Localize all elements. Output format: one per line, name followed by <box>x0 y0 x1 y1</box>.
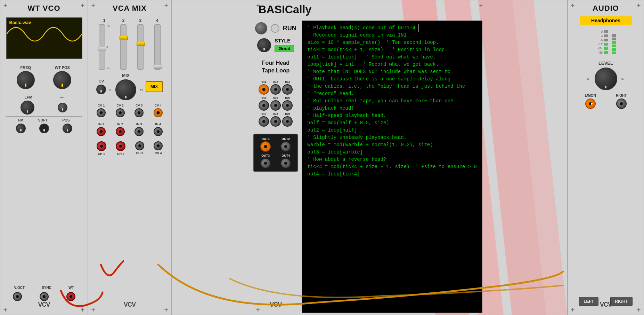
fader-group-3: 3 <box>137 18 144 70</box>
voct-port-inner <box>16 295 19 298</box>
ch3-port-group: CH 3 <box>135 141 144 156</box>
in5-grid-port[interactable] <box>270 100 281 111</box>
out2-port[interactable] <box>280 141 291 152</box>
fader-label-4: 4 <box>156 18 158 23</box>
in3-grid-inner <box>286 88 289 91</box>
fader-track-4[interactable] <box>154 24 161 70</box>
vu-bar-l-6 <box>604 39 608 41</box>
code-editor[interactable]: ' Playback head(s) come out of OUT1-4. '… <box>302 21 482 313</box>
fader-3-track-wrap <box>137 24 144 70</box>
mix-knob[interactable] <box>115 79 136 100</box>
vca-corner-br: + <box>163 306 170 313</box>
code-line: ' OUT1, because there is a one-sample de… <box>307 76 476 83</box>
lfm-small-dot <box>62 108 63 111</box>
in2-grid-port[interactable] <box>270 84 281 95</box>
wt-port-inner <box>69 295 73 298</box>
code-line: loop[tick] = in1 ' Record what we get ba… <box>307 61 476 68</box>
cv4-port[interactable] <box>154 108 163 117</box>
style-knob-dot <box>263 48 265 50</box>
freq-label: FREQ <box>20 65 31 70</box>
basically-editor-area: ' Playback head(s) come out of OUT1-4. '… <box>298 19 486 315</box>
freq-knob[interactable] <box>17 71 35 89</box>
style-knob[interactable] <box>257 38 271 52</box>
level-knob[interactable] <box>595 68 617 90</box>
wt-pos-knob[interactable] <box>53 71 71 89</box>
fader-handle-3[interactable] <box>137 42 145 46</box>
fm-knob[interactable] <box>16 124 26 133</box>
vu-row-36: -36 <box>596 51 608 54</box>
in6-grid-port[interactable] <box>282 100 293 111</box>
cv2-port-group: CV 2 <box>116 104 125 117</box>
audio-corner-tr: + <box>635 2 642 9</box>
fader-track-1[interactable] <box>99 24 105 70</box>
in7-grid-port[interactable] <box>259 116 269 127</box>
fm-dot <box>20 129 22 132</box>
in4-grid-port[interactable] <box>259 100 269 111</box>
mix-knob-wrap: -∞ +6 <box>115 79 136 100</box>
in5-grid-label: IN5 <box>273 96 278 100</box>
ch2-port[interactable] <box>116 141 125 151</box>
basically-content: + + + + BASICally RUN <box>253 0 486 315</box>
in4-port[interactable] <box>154 127 163 136</box>
in2-grid-label: IN2 <box>273 80 278 84</box>
in9-grid-port[interactable] <box>282 116 293 127</box>
in2-port-inner <box>119 130 122 133</box>
left-button[interactable]: LEFT <box>579 297 598 306</box>
run-section: RUN <box>255 22 296 34</box>
right-button[interactable]: RIGHT <box>610 297 632 306</box>
pos-knob[interactable] <box>63 124 72 133</box>
in3-grid-port[interactable] <box>282 84 293 95</box>
vu-bar-l-36 <box>604 51 608 54</box>
out4-port[interactable] <box>280 158 291 168</box>
level-knob-wrap: -∞ +6 <box>595 68 617 90</box>
fader-handle-4[interactable] <box>154 65 162 69</box>
ch1-port[interactable] <box>97 141 106 151</box>
fader-handle-1[interactable] <box>98 47 106 51</box>
cv-mix-group: CV <box>96 79 106 94</box>
in3-port[interactable] <box>134 127 144 136</box>
lmon-port[interactable] <box>585 99 596 109</box>
out1-port[interactable] <box>260 141 271 152</box>
cv-label: CV <box>99 79 104 83</box>
cv-knob[interactable] <box>96 85 106 94</box>
fader-row: 1 +60-∞ 2 3 <box>88 18 171 70</box>
in-ports-grid: IN1 IN2 IN3 IN4 <box>257 78 294 128</box>
soft-knob[interactable] <box>39 124 49 133</box>
ch3-out-label: CH 3 <box>136 151 143 155</box>
wt-port[interactable] <box>66 292 75 301</box>
right-port[interactable] <box>616 99 627 109</box>
fader-track-2[interactable] <box>120 24 127 70</box>
vu-right-row-24 <box>612 48 616 51</box>
in2-port[interactable] <box>116 127 125 136</box>
vu-label-12: -12 <box>596 42 603 46</box>
fader-2-track-wrap <box>120 24 127 70</box>
cv1-label: CV 1 <box>98 104 105 107</box>
code-line: warble = mod(warble + normal(1, 0.2), si… <box>307 141 476 149</box>
in1-grid-port[interactable] <box>259 84 269 95</box>
cv2-port[interactable] <box>116 108 125 117</box>
run-button[interactable] <box>255 22 267 34</box>
vu-left: 0 -3 -6 -12 -24 <box>596 30 608 54</box>
code-line: out1 = loop[tick] ' Send out what we hav… <box>307 54 476 61</box>
lfm-knob[interactable] <box>21 101 34 115</box>
out3-port[interactable] <box>260 158 271 168</box>
vu-bar-r-12 <box>612 45 616 47</box>
fader-handle-2[interactable] <box>120 36 128 40</box>
ch3-port[interactable] <box>135 141 144 150</box>
lfm-small-knob[interactable] <box>58 103 67 112</box>
waveform-display: Basic.wav <box>6 17 82 59</box>
in1-port[interactable] <box>97 127 106 136</box>
cv3-port[interactable] <box>134 108 144 117</box>
wt-vco-module: + + + + WT VCO Basic.wav FREQ WT POS LFM… <box>0 0 88 315</box>
cv1-port[interactable] <box>97 108 106 117</box>
cv3-port-group: CV 3 <box>134 104 144 117</box>
fader-track-3[interactable] <box>137 24 144 70</box>
ch4-port[interactable] <box>154 141 163 150</box>
audio-device-label[interactable]: Headphones <box>580 16 632 25</box>
in8-grid-port[interactable] <box>270 116 281 127</box>
vu-bar-l-0 <box>604 30 608 33</box>
in1-port-inner <box>99 130 103 133</box>
sync-port[interactable] <box>40 292 49 301</box>
mix-button[interactable]: MIX <box>146 81 163 92</box>
voct-port[interactable] <box>13 292 22 301</box>
